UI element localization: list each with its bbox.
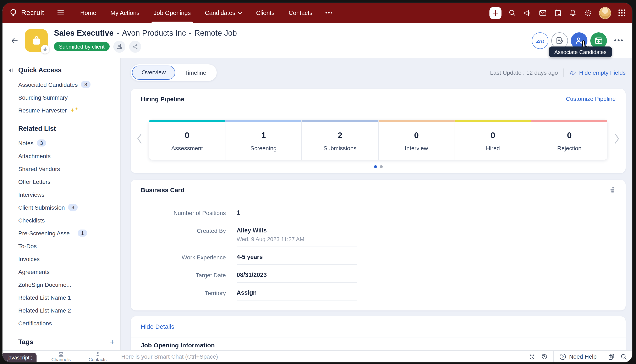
sidebar-item-agreements[interactable]: Agreements bbox=[18, 265, 114, 278]
nav-more-button[interactable]: ••• bbox=[320, 3, 339, 23]
work-mode: Remote Job bbox=[194, 28, 237, 38]
zia-icon: zia bbox=[533, 36, 547, 44]
sidebar-item-pre-screening[interactable]: Pre-Screening Asse...1 bbox=[18, 226, 114, 240]
share-button[interactable] bbox=[129, 40, 141, 52]
customize-pipeline-link[interactable]: Customize Pipeline bbox=[566, 96, 616, 102]
divider bbox=[131, 337, 626, 338]
stage-assessment[interactable]: 0Assessment bbox=[149, 120, 226, 160]
carousel-dot[interactable] bbox=[380, 165, 382, 168]
stage-color-bar bbox=[455, 120, 531, 122]
zia-button[interactable]: zia bbox=[532, 32, 548, 49]
navbar-icons bbox=[490, 7, 626, 19]
nav-item-candidates[interactable]: Candidates bbox=[198, 3, 249, 23]
nav-item-my-actions[interactable]: My Actions bbox=[103, 3, 146, 23]
alarm-icon[interactable] bbox=[528, 353, 536, 360]
zoom-search-icon[interactable] bbox=[620, 353, 627, 360]
hide-empty-fields-toggle[interactable]: Hide empty Fields bbox=[569, 69, 626, 76]
nav-item-contacts[interactable]: Contacts bbox=[282, 3, 319, 23]
apps-grid-icon[interactable] bbox=[618, 9, 626, 17]
assign-territory-link[interactable]: Assign bbox=[237, 289, 357, 296]
divider bbox=[563, 68, 564, 77]
sidebar-item-shared-vendors[interactable]: Shared Vendors bbox=[18, 162, 114, 175]
carousel-dot-active[interactable] bbox=[374, 165, 377, 168]
tags-heading: Tags bbox=[18, 338, 33, 346]
stage-color-bar bbox=[302, 120, 378, 122]
divider bbox=[554, 351, 554, 362]
nav-item-clients[interactable]: Clients bbox=[249, 3, 282, 23]
nav-item-home[interactable]: Home bbox=[73, 3, 103, 23]
pipeline-body: 0Assessment 1Screening 2Submissions 0Int… bbox=[131, 109, 626, 173]
stage-rejection[interactable]: 0Rejection bbox=[532, 120, 607, 160]
doc-refresh-icon bbox=[116, 43, 123, 50]
tab-timeline[interactable]: Timeline bbox=[176, 66, 216, 80]
notifications-icon[interactable] bbox=[569, 9, 577, 17]
copy-pages-icon[interactable] bbox=[608, 353, 615, 360]
sidebar-item-zohosign[interactable]: ZohoSign Docume... bbox=[18, 278, 114, 291]
sidebar-item-offer-letters[interactable]: Offer Letters bbox=[18, 175, 114, 188]
search-icon[interactable] bbox=[508, 9, 516, 17]
sidebar-item-sourcing-summary[interactable]: Sourcing Summary bbox=[18, 91, 114, 104]
sidebar-item-client-submission[interactable]: Client Submission3 bbox=[18, 201, 114, 214]
briefcase-icon bbox=[30, 35, 42, 46]
pipeline-next-icon[interactable] bbox=[614, 133, 620, 144]
field-territory: Territory Assign bbox=[141, 289, 616, 300]
announcement-icon[interactable] bbox=[523, 9, 532, 17]
sidebar-item-interviews[interactable]: Interviews bbox=[18, 188, 114, 201]
sidebar-item-to-dos[interactable]: To-Dos bbox=[18, 240, 114, 252]
menu-icon[interactable] bbox=[55, 7, 67, 19]
stage-hired[interactable]: 0Hired bbox=[455, 120, 531, 160]
sidebar-item-certifications[interactable]: Certifications bbox=[18, 317, 114, 330]
header-more-button[interactable]: ••• bbox=[614, 36, 624, 44]
contact-person-icon bbox=[95, 352, 100, 357]
tab-overview[interactable]: Overview bbox=[132, 66, 176, 80]
stage-screening[interactable]: 1Screening bbox=[226, 120, 302, 160]
business-card-head: Business Card bbox=[131, 180, 626, 200]
user-avatar[interactable] bbox=[599, 7, 611, 19]
mail-icon[interactable] bbox=[538, 9, 547, 17]
associate-candidates-button[interactable] bbox=[571, 32, 588, 49]
history-icon[interactable] bbox=[541, 353, 548, 360]
quick-add-button[interactable] bbox=[490, 7, 502, 19]
organize-fields-icon[interactable] bbox=[609, 186, 616, 193]
bottom-dock: Channels Contacts Here is your Smart Cha… bbox=[2, 350, 632, 362]
brand-name: Recruit bbox=[21, 9, 44, 17]
flame-icon bbox=[43, 46, 47, 52]
nav-item-job-openings[interactable]: Job Openings bbox=[146, 3, 198, 23]
title-block: Sales Executive - Avon Products Inc - Re… bbox=[54, 28, 237, 52]
sidebar-item-checklists[interactable]: Checklists bbox=[18, 214, 114, 226]
content-area: Quick Access Associated Candidates3 Sour… bbox=[2, 58, 632, 362]
sidebar-item-related-2[interactable]: Related List Name 2 bbox=[18, 304, 114, 317]
field-created-by: Created By Alley Wills Wed, 9 Aug 2023 1… bbox=[141, 226, 616, 247]
sidebar-item-associated-candidates[interactable]: Associated Candidates3 bbox=[18, 78, 114, 91]
sidebar-item-notes[interactable]: Notes3 bbox=[18, 136, 114, 150]
divider bbox=[602, 351, 602, 362]
settings-icon[interactable] bbox=[584, 8, 592, 17]
add-tag-button[interactable]: + bbox=[110, 338, 114, 346]
sidebar-collapse-icon[interactable] bbox=[8, 67, 14, 74]
smart-chat-input[interactable]: Here is your Smart Chat (Ctrl+Space) bbox=[116, 353, 524, 360]
stage-color-bar bbox=[378, 120, 454, 122]
recruit-logo-icon bbox=[9, 8, 18, 18]
svg-text:zia: zia bbox=[536, 37, 544, 44]
brand-logo[interactable]: Recruit bbox=[9, 8, 44, 18]
channels-button[interactable]: Channels bbox=[43, 351, 79, 362]
need-help-button[interactable]: ? Need Help bbox=[559, 353, 596, 360]
pipeline-prev-icon[interactable] bbox=[136, 133, 142, 144]
stage-submissions[interactable]: 2Submissions bbox=[302, 120, 378, 160]
associate-candidates-tooltip: Associate Candidates bbox=[549, 46, 612, 57]
business-card-section: Business Card Number of Positions 1 Crea… bbox=[131, 180, 626, 310]
contacts-button[interactable]: Contacts bbox=[79, 351, 116, 362]
hide-details-link[interactable]: Hide Details bbox=[141, 322, 616, 331]
back-button[interactable] bbox=[9, 35, 20, 46]
sidebar-item-related-1[interactable]: Related List Name 1 bbox=[18, 291, 114, 304]
stage-interview[interactable]: 0Interview bbox=[378, 120, 455, 160]
sidebar-item-resume-harvester[interactable]: Resume Harvester✦✦ bbox=[18, 104, 114, 117]
sidebar-item-invoices[interactable]: Invoices bbox=[18, 252, 114, 265]
calendar-icon[interactable] bbox=[554, 9, 562, 17]
notes-edit-button[interactable] bbox=[551, 32, 568, 49]
share-icon bbox=[132, 43, 138, 50]
left-sidebar: Quick Access Associated Candidates3 Sour… bbox=[2, 58, 121, 362]
sidebar-item-attachments[interactable]: Attachments bbox=[18, 150, 114, 162]
job-title: Sales Executive bbox=[54, 28, 114, 38]
status-history-button[interactable] bbox=[113, 40, 125, 52]
